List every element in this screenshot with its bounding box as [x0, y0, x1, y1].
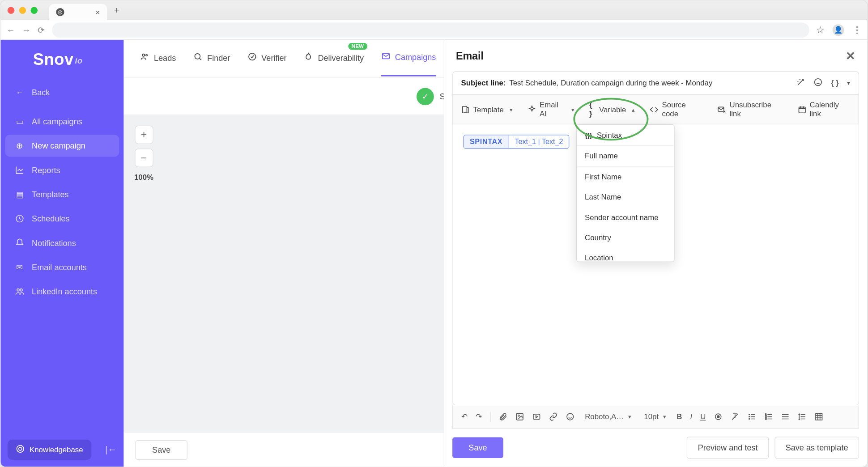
variable-sender-account[interactable]: Sender account name	[577, 207, 674, 227]
browser-tab[interactable]: ◎ ×	[49, 4, 107, 20]
link-icon[interactable]	[549, 412, 557, 421]
preview-test-button[interactable]: Preview and test	[687, 437, 769, 459]
code-icon	[650, 105, 658, 114]
clear-format-icon[interactable]	[731, 412, 739, 421]
window-close[interactable]	[8, 7, 15, 14]
variable-last-name[interactable]: Last Name	[577, 187, 674, 207]
collapse-sidebar-icon[interactable]: |←	[105, 445, 117, 455]
variable-full-name[interactable]: Full name	[577, 146, 674, 167]
zoom-in-button[interactable]: +	[135, 126, 153, 144]
profile-icon[interactable]: 👤	[833, 24, 844, 36]
variable-spintax[interactable]: {|} Spintax	[577, 125, 674, 146]
table-icon[interactable]	[814, 412, 823, 421]
sidebar-item-notifications[interactable]: Notifications	[0, 231, 123, 255]
forward-nav-icon[interactable]: →	[22, 25, 30, 35]
save-email-button[interactable]: Save	[452, 437, 503, 459]
redo-icon[interactable]: ↷	[476, 412, 482, 421]
reload-icon[interactable]: ⟳	[38, 25, 45, 35]
chevron-down-icon: ▾	[510, 106, 512, 112]
new-tab-button[interactable]: +	[114, 5, 119, 15]
sidebar-back[interactable]: ← Back	[0, 81, 123, 105]
font-size-select[interactable]: 10pt ▾	[642, 411, 668, 422]
spintax-chip[interactable]: SPINTAX Text_1 | Text_2	[464, 135, 570, 149]
numbered-list-icon[interactable]: 123	[764, 412, 773, 421]
underline-icon[interactable]: U	[700, 412, 706, 421]
variable-location[interactable]: Location	[577, 247, 674, 261]
sidebar-item-schedules[interactable]: Schedules	[0, 207, 123, 231]
svg-point-2	[20, 289, 22, 291]
chevron-up-icon: ▴	[632, 106, 634, 112]
email-body-editor[interactable]: SPINTAX Text_1 | Text_2 {|} Spintax Full…	[452, 124, 859, 405]
sidebar-label: Email accounts	[32, 263, 87, 272]
save-as-template-button[interactable]: Save as template	[774, 437, 859, 459]
sidebar-label: Templates	[32, 190, 69, 199]
sidebar-item-email-accounts[interactable]: ✉ Email accounts	[0, 255, 123, 279]
tab-finder[interactable]: Finder	[193, 52, 230, 76]
arrow-left-icon: ←	[14, 87, 25, 98]
tab-label: Finder	[207, 53, 230, 62]
chevron-down-icon[interactable]: ▾	[847, 79, 851, 87]
svg-point-22	[749, 419, 750, 420]
users-icon	[14, 286, 25, 297]
tab-leads[interactable]: Leads	[140, 52, 176, 76]
toolbar-email-ai[interactable]: Email AI ▾	[528, 101, 574, 118]
tab-label: Leads	[154, 53, 176, 62]
zoom-out-button[interactable]: −	[135, 149, 153, 167]
image-icon[interactable]	[515, 412, 524, 421]
tab-close-icon[interactable]: ×	[95, 7, 100, 17]
line-height-icon[interactable]	[798, 412, 806, 421]
braces-icon[interactable]: { }	[831, 79, 839, 87]
chevron-down-icon: ▾	[571, 106, 574, 112]
toolbar-template[interactable]: Template ▾	[461, 105, 513, 114]
spintax-braces-icon: {|}	[585, 131, 592, 139]
svg-point-19	[717, 416, 719, 418]
zoom-percentage: 100%	[134, 173, 153, 182]
bullet-list-icon[interactable]	[747, 412, 756, 421]
magic-wand-icon[interactable]	[796, 77, 806, 89]
canvas-save-button[interactable]: Save	[136, 440, 187, 459]
sidebar-item-reports[interactable]: Reports	[0, 158, 123, 182]
bold-icon[interactable]: B	[677, 412, 682, 421]
back-nav-icon[interactable]: ←	[6, 25, 15, 35]
toolbar-variable[interactable]: { } Variable ▴	[589, 101, 635, 118]
subject-row[interactable]: Subject line: Test Schedule, Duration ca…	[452, 71, 859, 95]
video-icon[interactable]	[532, 412, 541, 421]
close-panel-icon[interactable]: ✕	[846, 49, 855, 63]
align-icon[interactable]	[781, 412, 789, 421]
sidebar-label: All campaigns	[32, 117, 82, 126]
sidebar-item-linkedin-accounts[interactable]: LinkedIn accounts	[0, 280, 123, 304]
sidebar-item-all-campaigns[interactable]: ▭ All campaigns	[0, 109, 123, 133]
toolbar-label: Calendly link	[810, 101, 851, 118]
variable-item-label: Sender account name	[585, 213, 658, 221]
check-icon: ✓	[417, 88, 434, 105]
undo-icon[interactable]: ↶	[461, 412, 468, 421]
toolbar-calendly[interactable]: Calendly link	[797, 101, 850, 118]
font-family-select[interactable]: Roboto,A… ▾	[583, 411, 634, 422]
url-field[interactable]	[52, 22, 809, 38]
subject-text[interactable]: Test Schedule, Duration campaign during …	[509, 79, 793, 87]
attachment-icon[interactable]	[499, 412, 507, 421]
sidebar-item-templates[interactable]: ▤ Templates	[0, 182, 123, 206]
menu-dots-icon[interactable]: ⋮	[852, 24, 862, 35]
tab-campaigns[interactable]: Campaigns	[381, 51, 436, 76]
text-color-icon[interactable]	[714, 412, 722, 421]
tab-deliverability[interactable]: Deliverability NEW	[304, 52, 364, 76]
sidebar-item-new-campaign[interactable]: ⊕ New campaign	[5, 135, 119, 157]
tab-verifier[interactable]: Verifier	[247, 52, 286, 76]
window-maximize[interactable]	[31, 7, 38, 14]
emoji-icon[interactable]	[813, 77, 823, 89]
italic-icon[interactable]: I	[690, 412, 692, 421]
sparkle-icon	[528, 105, 536, 114]
sidebar-label: Reports	[32, 166, 60, 175]
variable-first-name[interactable]: First Name	[577, 166, 674, 187]
toolbar-source-code[interactable]: Source code	[650, 101, 702, 118]
toolbar-unsubscribe[interactable]: Unsubscribe link	[717, 101, 782, 118]
emoji-icon[interactable]	[566, 412, 574, 421]
bookmark-star-icon[interactable]: ☆	[816, 24, 824, 35]
tab-label: Campaigns	[395, 52, 436, 62]
variable-item-label: Full name	[585, 152, 618, 160]
toolbar-label: Template	[473, 105, 504, 114]
variable-country[interactable]: Country	[577, 227, 674, 247]
knowledgebase-button[interactable]: Knowledgebase	[8, 440, 91, 460]
window-minimize[interactable]	[19, 7, 26, 14]
